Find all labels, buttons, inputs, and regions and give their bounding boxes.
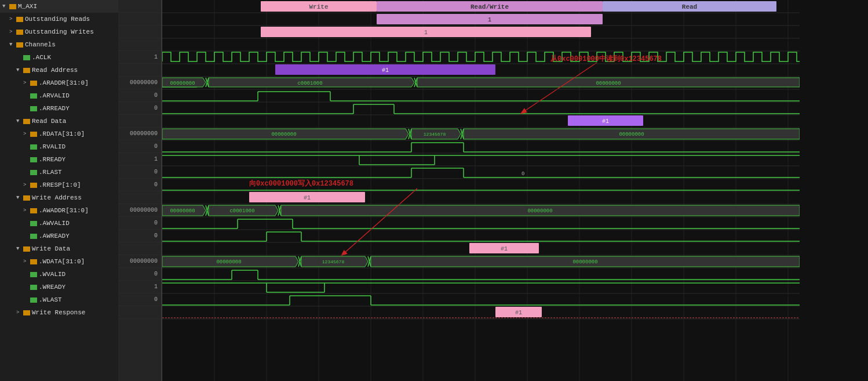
wdata-waveform: 00000000 12345678 00000000 [162, 256, 800, 267]
rdata-val1: 00000000 [271, 132, 296, 137]
aclk-waveform [162, 52, 800, 61]
expand-arrow-outstanding-reads[interactable]: > [9, 16, 16, 22]
sig-icon-wlast [30, 297, 37, 303]
value-arvalid: 0 [118, 89, 161, 102]
signal-tree: ▼ M_AXI > Outstanding Reads > Outstandin… [0, 0, 118, 381]
tree-label-rresp: .RRESP[1:0] [39, 182, 81, 188]
tree-label-awready: .AWREADY [39, 233, 70, 240]
value-wvalid: 0 [118, 268, 161, 281]
wdata-val3: 00000000 [572, 259, 597, 265]
tree-root-maxi[interactable]: ▼ M_AXI [0, 0, 118, 13]
tree-item-arready[interactable]: .ARREADY [0, 102, 118, 115]
tree-item-awaddr[interactable]: > .AWADDR[31:0] [0, 204, 118, 217]
expand-arrow-rresp[interactable]: > [23, 182, 30, 188]
value-araddr: 00000000 [118, 77, 161, 89]
araddr-val1: 00000000 [170, 81, 195, 86]
tree-item-channels[interactable]: ▼ Channels [0, 38, 118, 51]
tree-item-outstanding-reads[interactable]: > Outstanding Reads [0, 13, 118, 26]
awaddr-val3: 00000000 [527, 208, 552, 214]
tree-item-read-address[interactable]: ▼ Read Address [0, 64, 118, 77]
araddr-waveform: 00000000 c0001000 00000000 [162, 78, 800, 87]
read-addr-section-label: #1 [382, 67, 389, 74]
value-rresp: 0 [118, 179, 161, 191]
write-addr-section-label: #1 [304, 195, 311, 201]
tree-label-read-address: Read Address [32, 67, 78, 74]
expand-arrow-outstanding-writes[interactable]: > [9, 29, 16, 35]
write-resp-label: #1 [515, 310, 522, 316]
expand-arrow-read-address[interactable]: ▼ [16, 67, 23, 73]
tree-item-read-data[interactable]: ▼ Read Data [0, 115, 118, 128]
value-outstanding-writes [118, 26, 161, 38]
value-maxi [118, 0, 161, 13]
value-wready: 1 [118, 281, 161, 293]
tree-item-awready[interactable]: .AWREADY [0, 230, 118, 242]
expand-arrow-read-data[interactable]: ▼ [16, 118, 23, 124]
tree-item-wlast[interactable]: .WLAST [0, 293, 118, 306]
sig-icon-arready [30, 106, 37, 111]
waveform-panel[interactable]: Write Read/Write Read 1 1 #1 [162, 0, 868, 381]
bus-icon-araddr [30, 81, 37, 86]
value-awaddr: 00000000 [118, 204, 161, 217]
tree-item-aclk[interactable]: .ACLK [0, 51, 118, 64]
left-panel: ▼ M_AXI > Outstanding Reads > Outstandin… [0, 0, 162, 381]
bus-icon-outstanding-writes [16, 30, 23, 35]
tree-label-wdata: .WDATA[31:0] [39, 258, 85, 265]
values-column: 1 00000000 0 0 00000000 0 1 0 0 00000000… [118, 0, 162, 381]
expand-arrow-write-address[interactable]: ▼ [16, 195, 23, 201]
bus-icon-outstanding-reads [16, 17, 23, 22]
read-label: Read [682, 3, 697, 10]
expand-arrow-channels[interactable]: ▼ [9, 42, 16, 48]
bus-icon-channels [16, 42, 23, 48]
outstanding-writes-value: 1 [424, 30, 428, 36]
tree-label-write-data: Write Data [32, 245, 70, 252]
awready-waveform [162, 232, 800, 241]
tree-item-araddr[interactable]: > .ARADDR[31:0] [0, 77, 118, 89]
tree-item-rresp[interactable]: > .RRESP[1:0] [0, 179, 118, 191]
expand-arrow-write-response[interactable]: > [16, 310, 23, 315]
waveform-svg: Write Read/Write Read 1 1 #1 [162, 0, 800, 381]
rdata-val3: 00000000 [619, 132, 644, 137]
tree-item-write-data[interactable]: ▼ Write Data [0, 242, 118, 255]
tree-item-wdata[interactable]: > .WDATA[31:0] [0, 255, 118, 268]
expand-arrow-araddr[interactable]: > [23, 80, 30, 86]
value-aclk: 1 [118, 51, 161, 64]
expand-arrow-write-data[interactable]: ▼ [16, 246, 23, 252]
wready-waveform [162, 283, 800, 292]
readwrite-label: Read/Write [471, 3, 509, 10]
tree-label-rlast: .RLAST [39, 169, 62, 176]
tree-label-araddr: .ARADDR[31:0] [39, 79, 89, 86]
value-outstanding-reads [118, 13, 161, 26]
tree-item-awvalid[interactable]: .AWVALID [0, 217, 118, 230]
tree-label-awaddr: .AWADDR[31:0] [39, 207, 89, 214]
tree-label-outstanding-writes: Outstanding Writes [25, 28, 94, 35]
tree-item-wready[interactable]: .WREADY [0, 281, 118, 293]
expand-arrow-wdata[interactable]: > [23, 259, 30, 264]
read-annotation-arrow [521, 63, 597, 113]
write-data-section-label: #1 [501, 246, 508, 252]
expand-arrow-maxi[interactable]: ▼ [2, 3, 9, 9]
tree-label-write-address: Write Address [32, 194, 82, 201]
tree-item-wvalid[interactable]: .WVALID [0, 268, 118, 281]
arrow-wvalid [23, 271, 30, 277]
rlast-waveform: 0 [162, 168, 800, 177]
tree-item-rvalid[interactable]: .RVALID [0, 140, 118, 153]
expand-arrow-rdata[interactable]: > [23, 131, 30, 137]
tree-label-awvalid: .AWVALID [39, 220, 70, 227]
bus-icon-read-data [23, 119, 30, 124]
rready-waveform [162, 155, 800, 165]
tree-item-arvalid[interactable]: .ARVALID [0, 89, 118, 102]
tree-item-rlast[interactable]: .RLAST [0, 166, 118, 179]
rlast-val: 0 [521, 171, 524, 177]
tree-item-rready[interactable]: .RREADY [0, 153, 118, 166]
arvalid-waveform [162, 92, 800, 101]
tree-item-rdata[interactable]: > .RDATA[31:0] [0, 128, 118, 140]
tree-item-write-address[interactable]: ▼ Write Address [0, 191, 118, 204]
bus-icon-rresp [30, 183, 37, 188]
araddr-val3: 00000000 [596, 81, 621, 86]
value-rlast: 0 [118, 166, 161, 179]
value-awvalid: 0 [118, 217, 161, 230]
tree-item-write-response[interactable]: > Write Response [0, 306, 118, 319]
tree-item-outstanding-writes[interactable]: > Outstanding Writes [0, 26, 118, 38]
value-wdata: 00000000 [118, 255, 161, 268]
expand-arrow-awaddr[interactable]: > [23, 208, 30, 213]
